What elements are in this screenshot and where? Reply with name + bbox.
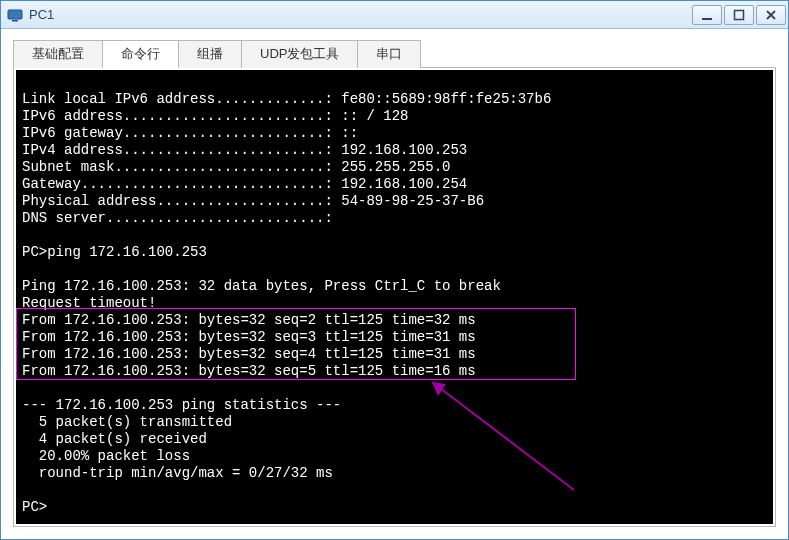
- tab-udp-tool[interactable]: UDP发包工具: [241, 40, 358, 68]
- window-controls: [692, 5, 786, 25]
- tab-strip: 基础配置 命令行 组播 UDP发包工具 串口: [13, 39, 776, 68]
- svg-rect-1: [12, 20, 18, 22]
- app-window: PC1 基础配置 命令行 组播 UDP发包工具 串口 Link local IP…: [0, 0, 789, 540]
- titlebar: PC1: [1, 1, 788, 29]
- svg-rect-0: [8, 10, 22, 19]
- app-icon: [7, 7, 23, 23]
- svg-rect-3: [735, 10, 744, 19]
- tab-basic-config[interactable]: 基础配置: [13, 40, 103, 68]
- maximize-button[interactable]: [724, 5, 754, 25]
- terminal-panel: Link local IPv6 address.............: fe…: [13, 68, 776, 527]
- tab-multicast[interactable]: 组播: [178, 40, 242, 68]
- close-button[interactable]: [756, 5, 786, 25]
- content-area: 基础配置 命令行 组播 UDP发包工具 串口 Link local IPv6 a…: [1, 29, 788, 539]
- minimize-button[interactable]: [692, 5, 722, 25]
- tab-cli[interactable]: 命令行: [102, 40, 179, 68]
- tab-serial[interactable]: 串口: [357, 40, 421, 68]
- window-title: PC1: [29, 7, 692, 22]
- svg-rect-2: [702, 18, 712, 20]
- terminal-output[interactable]: Link local IPv6 address.............: fe…: [16, 70, 773, 524]
